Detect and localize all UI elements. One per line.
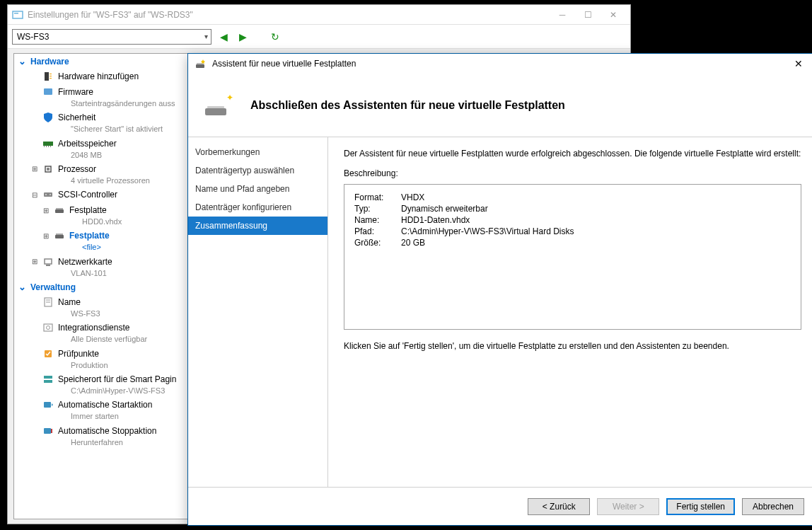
wizard-step-name[interactable]: Name und Pfad angeben: [188, 180, 327, 198]
svg-rect-28: [44, 380, 52, 383]
settings-title: Einstellungen für "WS-FS3" auf "WS-RDS3": [28, 10, 550, 20]
finish-button[interactable]: Fertig stellen: [666, 498, 735, 515]
wizard-steps: Vorbemerkungen Datenträgertyp auswählen …: [188, 137, 328, 487]
wizard-header-icon: ✦: [205, 96, 231, 115]
svg-point-15: [45, 194, 47, 195]
tree-item-auto-stop[interactable]: Automatische Stoppaktion Herunterfahren: [14, 423, 214, 449]
settings-tree: ⌄ Hardware Hardware hinzufügen Firmware …: [13, 53, 215, 519]
svg-rect-20: [56, 234, 63, 235]
svg-rect-32: [196, 64, 204, 68]
tree-item-memory[interactable]: Arbeitsspeicher 2048 MB: [14, 136, 214, 161]
svg-rect-11: [50, 146, 51, 147]
storage-icon: [42, 374, 54, 385]
refresh-button[interactable]: ↻: [268, 31, 282, 42]
wizard-step-summary[interactable]: Zusammenfassung: [188, 217, 327, 235]
services-icon: [42, 322, 54, 333]
svg-point-25: [47, 326, 50, 330]
tree-item-network[interactable]: ⊞Netzwerkkarte VLAN-101: [14, 254, 214, 280]
summary-row-name: Name: HDD1-Daten.vhdx: [354, 214, 791, 226]
settings-toolbar: WS-FS3 ▾ ◀ ▶ ↻: [8, 25, 630, 49]
tree-item-add-hardware[interactable]: Hardware hinzufügen: [14, 69, 214, 84]
tree-item-disk-1[interactable]: ⊞Festplatte <file>: [14, 228, 214, 253]
wizard-step-type[interactable]: Datenträgertyp auswählen: [188, 161, 327, 180]
network-icon: [42, 256, 54, 267]
wizard-title: Assistent für neue virtuelle Festplatten: [212, 59, 787, 69]
svg-rect-19: [55, 235, 64, 238]
tree-item-disk-0[interactable]: ⊞Festplatte HDD0.vhdx: [14, 202, 214, 228]
expand-icon[interactable]: ⊞: [42, 207, 50, 214]
svg-rect-4: [50, 76, 52, 76]
name-icon: [42, 296, 54, 308]
cancel-button[interactable]: Abbrechen: [742, 498, 804, 515]
svg-rect-0: [13, 11, 23, 18]
svg-rect-8: [44, 146, 45, 147]
tree-item-auto-start[interactable]: Automatische Startaktion Immer starten: [14, 397, 214, 422]
minimize-button[interactable]: ─: [550, 7, 575, 23]
close-button[interactable]: ✕: [601, 7, 626, 23]
svg-rect-21: [45, 259, 52, 264]
tree-item-smart-paging[interactable]: Speicherort für die Smart Pagin C:\Admin…: [14, 371, 214, 397]
tree-item-checkpoints[interactable]: Prüfpunkte Produktion: [14, 346, 214, 371]
description-label: Beschreibung:: [344, 168, 801, 178]
tree-item-name[interactable]: Name WS-FS3: [14, 294, 214, 320]
tree-item-security[interactable]: Sicherheit "Sicherer Start" ist aktivier…: [14, 110, 214, 135]
wizard-intro-text: Der Assistent für neue virtuelle Festpla…: [344, 147, 801, 160]
expand-icon[interactable]: ⊞: [31, 165, 38, 173]
chevron-down-icon: ▾: [204, 33, 208, 40]
svg-rect-2: [45, 72, 49, 81]
firmware-icon: [42, 86, 54, 98]
tree-item-firmware[interactable]: Firmware Starteintragsänderungen auss: [14, 84, 214, 110]
nav-forward-button[interactable]: ▶: [236, 31, 250, 42]
svg-rect-6: [44, 88, 52, 95]
tree-item-scsi[interactable]: ⊟SCSI-Controller: [14, 187, 214, 202]
wizard-icon: [195, 58, 207, 69]
svg-rect-31: [51, 429, 52, 433]
svg-rect-7: [43, 142, 53, 146]
svg-rect-17: [55, 209, 64, 213]
svg-rect-14: [44, 192, 52, 197]
tree-header-management[interactable]: ⌄ Verwaltung: [14, 280, 214, 294]
settings-titlebar: Einstellungen für "WS-FS3" auf "WS-RDS3"…: [8, 5, 630, 25]
svg-rect-29: [44, 402, 51, 408]
collapse-icon: ⌄: [18, 56, 26, 67]
summary-row-path: Pfad: C:\Admin\Hyper-V\WS-FS3\Virtual Ha…: [354, 226, 791, 237]
collapse-icon: ⌄: [18, 282, 26, 292]
stop-action-icon: [42, 425, 54, 437]
collapse-icon[interactable]: ⊟: [31, 191, 38, 199]
svg-rect-24: [44, 324, 52, 331]
wizard-finish-text: Klicken Sie auf 'Fertig stellen', um die…: [344, 340, 801, 352]
tree-header-hardware[interactable]: ⌄ Hardware: [14, 54, 214, 69]
vm-selector-value: WS-FS3: [17, 32, 49, 42]
svg-rect-18: [56, 208, 63, 209]
svg-rect-10: [48, 146, 49, 147]
vm-selector-dropdown[interactable]: WS-FS3 ▾: [12, 29, 211, 45]
controller-icon: [42, 189, 54, 200]
app-icon: [12, 9, 23, 21]
svg-point-16: [50, 194, 51, 195]
nav-back-button[interactable]: ◀: [217, 31, 231, 42]
wizard-body: Vorbemerkungen Datenträgertyp auswählen …: [188, 137, 812, 487]
wizard-step-configure[interactable]: Datenträger konfigurieren: [188, 198, 327, 217]
svg-rect-27: [44, 376, 52, 379]
tree-header-label: Verwaltung: [30, 282, 76, 292]
checkpoint-icon: [42, 348, 54, 359]
summary-box: Format: VHDX Typ: Dynamisch erweiterbar …: [344, 184, 801, 330]
svg-rect-9: [46, 146, 47, 147]
wizard-footer: < Zurück Weiter > Fertig stellen Abbrech…: [188, 487, 812, 525]
back-button[interactable]: < Zurück: [528, 498, 590, 515]
wizard-titlebar: Assistent für neue virtuelle Festplatten…: [188, 54, 812, 74]
wizard-step-intro[interactable]: Vorbemerkungen: [188, 143, 327, 161]
tree-item-integration[interactable]: Integrationsdienste Alle Dienste verfügb…: [14, 320, 214, 345]
maximize-button[interactable]: ☐: [575, 7, 601, 23]
add-hardware-icon: [42, 71, 54, 82]
wizard-close-button[interactable]: ✕: [787, 56, 810, 71]
next-button: Weiter >: [597, 498, 659, 515]
svg-rect-1: [14, 13, 18, 14]
expand-icon[interactable]: ⊞: [42, 232, 50, 240]
tree-item-processor[interactable]: ⊞Prozessor 4 virtuelle Prozessoren: [14, 161, 214, 187]
disk-icon: [54, 230, 65, 241]
svg-rect-30: [44, 428, 51, 434]
svg-rect-33: [197, 63, 204, 64]
svg-rect-13: [47, 168, 50, 171]
expand-icon[interactable]: ⊞: [31, 258, 38, 265]
